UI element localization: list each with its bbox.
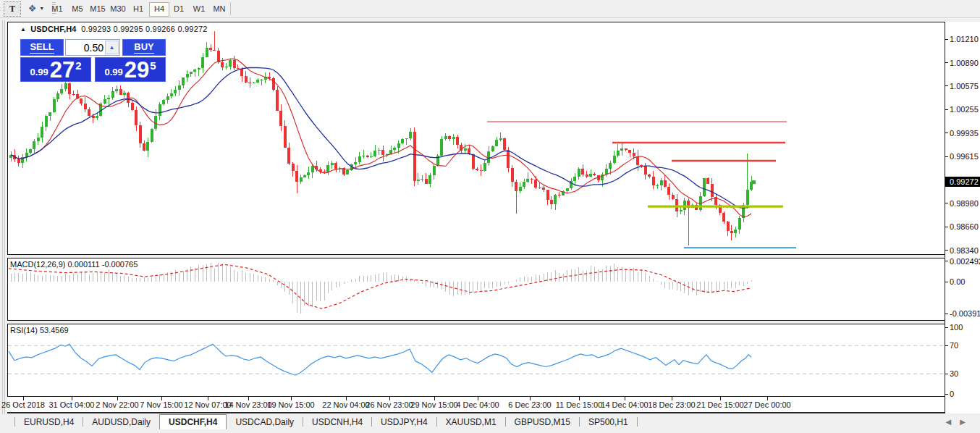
buy-price-point: 5 [150,59,156,72]
date-axis-label: 7 Nov 15:00 [140,400,182,409]
current-price-badge: 0.99272 [945,177,980,187]
chart-tab-usdcnh[interactable]: USDCNH,H4 [303,415,371,429]
macd-panel[interactable] [7,258,945,321]
chart-tab-xauusd[interactable]: XAUUSD,M1 [437,415,505,429]
date-axis-label: 27 Dec 00:00 [743,400,790,409]
tab-separator [637,417,638,426]
collapse-arrow-icon[interactable]: ▲ [20,26,26,33]
chart-tab-bar: EURUSD,H4AUDUSD,DailyUSDCHF,H4USDCAD,Dai… [0,414,980,430]
macd-axis-tick: -0.003913 [950,309,980,318]
status-strip [0,429,980,433]
buy-button[interactable]: BUY [122,39,166,56]
volume-increase-button[interactable]: ▲ [105,41,119,54]
chevron-down-icon: ▼ [39,6,44,11]
chart-tab-sp500[interactable]: SP500,H1 [580,415,637,429]
date-axis-label: 14 Nov 23:00 [224,400,271,409]
macd-axis-tick: 0.002492 [950,257,980,266]
text-tool-button[interactable]: T [4,1,21,17]
chart-tab-gbpusd[interactable]: GBPUSD,M15 [506,415,579,429]
one-click-trading-panel: SELL ▼ 0.50 ▲ BUY 0.99 27 2 0.99 29 5 [20,39,166,82]
date-axis-label: 29 Nov 15:00 [410,400,457,409]
date-axis-label: 6 Dec 23:00 [508,400,551,409]
chart-tab-eurusd[interactable]: EURUSD,H4 [15,415,83,429]
date-axis-label: 18 Dec 23:00 [648,400,695,409]
date-axis-label: 21 Dec 15:00 [696,400,743,409]
tab-scroll-arrows: ◀▶ [946,418,974,426]
symbol-name: USDCHF,H4 [30,25,77,33]
sell-price-prefix: 0.99 [30,67,48,77]
date-axis-label: 11 Dec 15:00 [556,400,603,409]
macd-label: MACD(12,26,9) 0.000111 -0.000765 [10,260,138,269]
timeframe-button-d1[interactable]: D1 [169,2,188,15]
date-axis-label: 31 Oct 04:00 [49,400,95,409]
price-axis-tick: 0.99935 [950,129,979,138]
price-axis-tick: 1.00575 [950,82,979,91]
price-axis-tick: 0.98980 [950,199,979,208]
symbol-ohlc-values: 0.99293 0.99295 0.99266 0.99272 [81,25,207,33]
price-axis-column[interactable] [945,22,980,413]
rsi-panel[interactable] [7,324,945,397]
sell-button[interactable]: SELL [20,39,64,56]
date-axis-label: 14 Dec 04:00 [601,400,648,409]
sell-price-pips: 27 [50,59,75,81]
rsi-axis-tick: 70 [950,341,958,350]
timeframe-button-w1[interactable]: W1 [190,2,208,15]
timeframe-button-m5[interactable]: M5 [68,2,87,15]
timeframe-button-h4[interactable]: H4 [149,2,169,17]
buy-price-display[interactable]: 0.99 29 5 [95,57,166,82]
price-axis-tick: 1.01210 [950,35,979,43]
rsi-axis-tick: 100 [950,323,963,332]
chart-tab-audusd[interactable]: AUDUSD,Daily [83,415,159,429]
tab-scroll-left-icon[interactable]: ◀ [946,418,960,426]
macd-axis-tick: 0.00 [950,277,965,286]
date-axis-label: 2 Nov 22:00 [96,400,138,409]
sell-price-display[interactable]: 0.99 27 2 [20,57,91,82]
buy-price-prefix: 0.99 [104,67,122,77]
price-axis-tick: 1.00890 [950,59,979,67]
arrange-windows-button[interactable]: ❖ ▼ [24,1,48,15]
price-axis-tick: 0.99615 [950,152,979,161]
volume-value: 0.50 [84,42,104,54]
mt-terminal-window: T ❖ ▼ M1M5M15M30H1H4D1W1MN ▲USDCHF,H4 0.… [0,0,980,433]
rsi-axis-tick: 30 [950,369,958,378]
symbol-header: ▲USDCHF,H4 0.99293 0.99295 0.99266 0.992… [20,25,208,33]
tab-scroll-right-icon[interactable]: ▶ [960,418,974,426]
timeframe-button-m30[interactable]: M30 [109,2,127,15]
date-axis-label: 26 Nov 23:00 [366,400,413,409]
timeframe-button-h1[interactable]: H1 [129,2,148,15]
sell-price-point: 2 [75,59,81,72]
price-axis-tick: 0.98340 [950,246,979,255]
date-axis-label: 26 Oct 2018 [1,400,45,409]
arrange-icon: ❖ [28,3,37,14]
price-axis-tick: 0.98660 [950,222,979,231]
date-axis-label: 22 Nov 04:00 [322,400,369,409]
rsi-axis-tick: 0 [950,390,954,398]
date-axis-label: 4 Dec 04:00 [456,400,499,409]
timeframe-button-m1[interactable]: M1 [48,2,67,15]
timeframe-button-m15[interactable]: M15 [88,2,107,15]
timeframes-toolbar: T ❖ ▼ M1M5M15M30H1H4D1W1MN [0,0,980,18]
rsi-label: RSI(14) 53.4569 [10,326,69,335]
toolbar-separator [230,2,231,15]
chart-tab-usdjpy[interactable]: USDJPY,H4 [372,415,436,429]
price-axis-tick: 1.00255 [950,105,979,114]
buy-price-pips: 29 [124,59,149,81]
chart-tab-usdchf[interactable]: USDCHF,H4 [159,414,227,429]
date-axis-label: 19 Nov 15:00 [267,400,314,409]
chart-tab-usdcad[interactable]: USDCAD,Daily [227,415,303,429]
timeframe-button-mn[interactable]: MN [210,2,229,15]
